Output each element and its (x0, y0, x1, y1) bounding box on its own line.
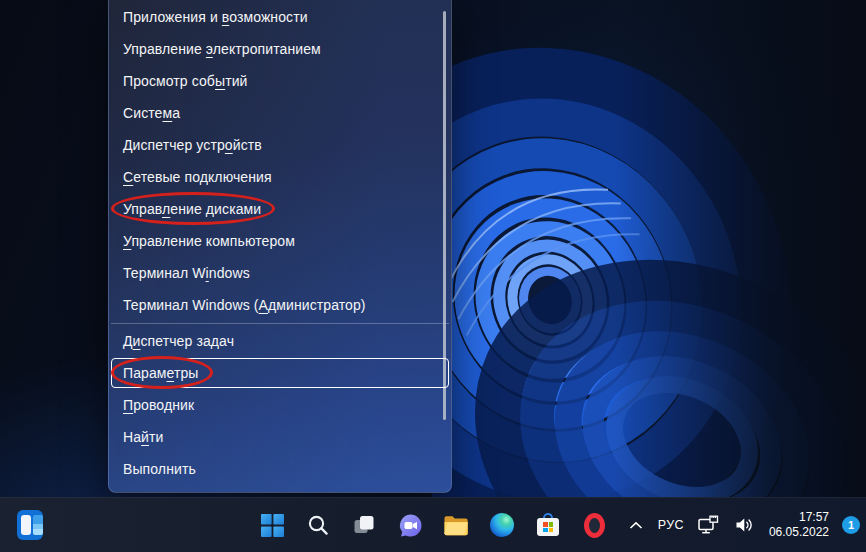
menu-item[interactable]: Диспетчер задач (109, 325, 451, 357)
menu-item[interactable]: Приложения и возможности (109, 1, 451, 33)
menu-item[interactable]: Терминал Windows (Администратор) (109, 289, 451, 321)
menu-item[interactable]: Завершение работы или выход из системы (109, 485, 451, 493)
widgets-board-icon[interactable] (17, 512, 43, 538)
menu-item[interactable]: Система (109, 97, 451, 129)
annotation-circle (111, 356, 213, 389)
menu-item[interactable]: Найти (109, 421, 451, 453)
edge-icon (490, 513, 514, 537)
system-tray: РУС 17:57 (627, 498, 860, 552)
menu-item[interactable]: Сетевые подключения (109, 161, 451, 193)
file-explorer-button[interactable] (443, 512, 469, 538)
speaker-icon (733, 514, 755, 536)
menu-item-label: Управление электропитанием (123, 41, 321, 57)
clock[interactable]: 17:57 06.05.2022 (769, 510, 829, 540)
menu-item[interactable]: Управление компьютером (109, 225, 451, 257)
clock-time: 17:57 (769, 510, 829, 525)
task-view-icon (352, 513, 376, 537)
menu-item-label: Диспетчер задач (123, 333, 234, 349)
opera-icon (584, 513, 605, 538)
winx-context-menu: Приложения и возможностиУправление элект… (108, 0, 452, 493)
clock-date: 06.05.2022 (769, 525, 829, 540)
search-icon (307, 514, 330, 537)
menu-item-label: Выполнить (123, 461, 196, 477)
menu-item-label: Терминал Windows (123, 265, 250, 281)
store-button[interactable] (535, 512, 561, 538)
network-ethernet-icon (697, 514, 720, 536)
desktop: Приложения и возможностиУправление элект… (0, 0, 866, 552)
menu-item-label: Управление компьютером (123, 233, 295, 249)
taskbar-center-icons (259, 512, 607, 538)
menu-item[interactable]: Выполнить (109, 453, 451, 485)
annotation-circle (111, 192, 275, 225)
menu-item-label: Проводник (123, 397, 194, 413)
language-indicator[interactable]: РУС (658, 518, 684, 532)
chat-button[interactable] (397, 512, 423, 538)
opera-button[interactable] (581, 512, 607, 538)
chat-icon (398, 513, 423, 538)
menu-item-label: Сетевые подключения (123, 169, 272, 185)
menu-item-label: Приложения и возможности (123, 9, 308, 25)
start-icon (260, 513, 285, 538)
network-button[interactable] (697, 512, 720, 538)
menu-item-label: Просмотр событий (123, 73, 248, 89)
menu-item[interactable]: Терминал Windows (109, 257, 451, 289)
volume-button[interactable] (733, 512, 756, 538)
menu-item-label: Найти (123, 429, 163, 445)
edge-button[interactable] (489, 512, 515, 538)
menu-item-label: Диспетчер устройств (123, 137, 262, 153)
menu-item-label: Терминал Windows (Администратор) (123, 297, 366, 313)
menu-item[interactable]: Проводник (109, 389, 451, 421)
file-explorer-icon (443, 514, 469, 537)
menu-item[interactable]: Управление электропитанием (109, 33, 451, 65)
menu-item[interactable]: Параметры (109, 357, 451, 389)
store-icon (537, 513, 559, 537)
context-menu-list: Приложения и возможностиУправление элект… (109, 1, 451, 493)
menu-item[interactable]: Диспетчер устройств (109, 129, 451, 161)
start-button[interactable] (259, 512, 285, 538)
menu-item-label: Система (123, 105, 180, 121)
menu-item[interactable]: Управление дисками (109, 193, 451, 225)
menu-separator (111, 323, 449, 324)
task-view-button[interactable] (351, 512, 377, 538)
wallpaper-bloom-image (432, 0, 866, 497)
chevron-up-icon (629, 521, 643, 530)
notification-badge[interactable]: 1 (842, 516, 860, 534)
taskbar: РУС 17:57 (0, 497, 866, 552)
search-button[interactable] (305, 512, 331, 538)
menu-item[interactable]: Просмотр событий (109, 65, 451, 97)
tray-overflow-button[interactable] (627, 512, 645, 538)
